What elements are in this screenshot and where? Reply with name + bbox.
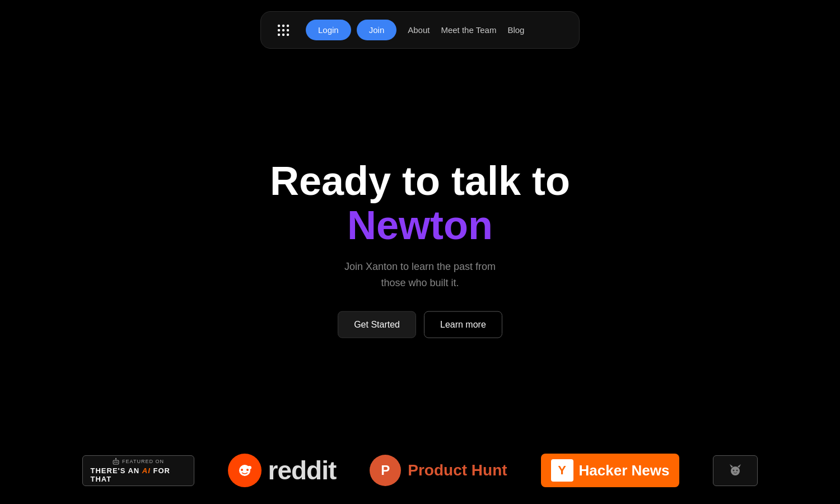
nav-blog[interactable]: Blog <box>507 25 524 35</box>
badge-last-inner <box>727 462 743 479</box>
product-hunt-text: Product Hunt <box>408 461 507 479</box>
learn-more-button[interactable]: Learn more <box>424 311 502 338</box>
product-hunt-icon: P <box>370 455 401 486</box>
nav-meet-the-team[interactable]: Meet the Team <box>441 25 496 35</box>
nav-buttons: Login Join <box>306 20 396 40</box>
hero-section: Ready to talk to Newton Join Xanton to l… <box>224 159 616 338</box>
reddit-alien-icon <box>235 460 255 480</box>
svg-point-2 <box>287 24 289 26</box>
badges-row: FEATURED ON THERE'S AN AI FOR THAT reddi… <box>0 454 840 487</box>
svg-point-12 <box>115 458 116 459</box>
cat-icon <box>727 462 743 478</box>
login-button[interactable]: Login <box>306 20 351 40</box>
badge-ai-small-text: FEATURED ON <box>112 458 164 466</box>
svg-point-6 <box>278 33 280 35</box>
svg-point-3 <box>278 29 280 31</box>
nav-logo <box>274 21 292 39</box>
badge-ai-main-text: THERE'S AN AI FOR THAT <box>91 466 186 483</box>
hacker-news-text: Hacker News <box>579 462 670 479</box>
get-started-button[interactable]: Get Started <box>338 311 416 338</box>
svg-point-10 <box>114 461 115 463</box>
hero-title: Ready to talk to Newton <box>224 159 616 248</box>
svg-point-5 <box>287 29 289 31</box>
badge-ai-for-that[interactable]: FEATURED ON THERE'S AN AI FOR THAT <box>82 455 194 486</box>
hero-actions: Get Started Learn more <box>224 311 616 338</box>
svg-marker-19 <box>730 464 733 468</box>
svg-point-0 <box>278 24 280 26</box>
svg-point-4 <box>282 29 284 31</box>
badge-reddit[interactable]: reddit <box>228 454 337 487</box>
hero-title-line1: Ready to talk to <box>270 158 570 203</box>
svg-point-22 <box>736 470 738 472</box>
hero-subtitle: Join Xanton to learn the past from those… <box>224 259 616 291</box>
svg-point-14 <box>241 469 243 471</box>
svg-point-1 <box>282 24 284 26</box>
svg-rect-9 <box>113 460 119 464</box>
svg-point-7 <box>282 33 284 35</box>
svg-rect-17 <box>244 465 246 467</box>
nav-links: About Meet the Team Blog <box>408 25 524 35</box>
logo-icon <box>274 21 292 39</box>
svg-point-18 <box>731 466 740 475</box>
navbar: Login Join About Meet the Team Blog <box>260 11 580 49</box>
badge-hacker-news[interactable]: Y Hacker News <box>541 454 680 487</box>
hacker-news-icon: Y <box>551 459 573 482</box>
svg-point-15 <box>246 469 249 471</box>
reddit-icon <box>228 454 262 487</box>
svg-point-21 <box>733 470 735 472</box>
svg-marker-20 <box>738 464 741 468</box>
badge-last[interactable] <box>713 455 758 486</box>
nav-about[interactable]: About <box>408 25 430 35</box>
hero-title-accent: Newton <box>224 203 616 248</box>
reddit-text: reddit <box>268 455 337 486</box>
join-button[interactable]: Join <box>357 20 397 40</box>
svg-point-11 <box>116 461 118 463</box>
badge-product-hunt[interactable]: P Product Hunt <box>370 455 507 486</box>
svg-point-8 <box>287 33 289 35</box>
robot-icon <box>112 458 120 465</box>
